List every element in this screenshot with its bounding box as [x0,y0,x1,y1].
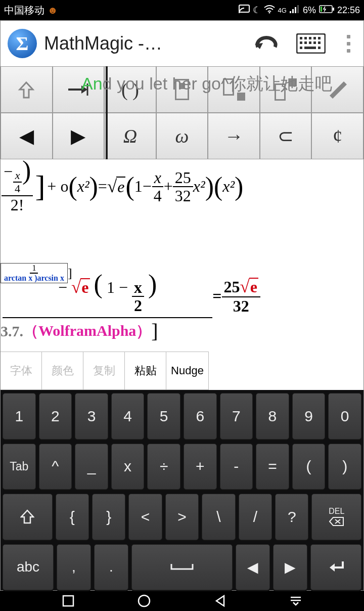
key-period[interactable]: . [94,544,128,591]
nav-home-button[interactable] [137,594,151,608]
key-left[interactable]: ◀ [236,544,270,591]
equation-line-1: −x4) 2! ] + o (x²) = e ( 1 − x4 + 2532 x… [1,159,243,213]
toolbar-omega-lower[interactable]: ω [156,113,208,159]
key-question[interactable]: ? [275,494,308,540]
toolbar-tab-right[interactable] [53,66,105,113]
key-3[interactable]: 3 [75,393,108,440]
app-title: MathMagic -… [44,33,254,54]
carrier-label: 中国移动 ☻ [4,4,239,17]
key-1[interactable]: 1 [3,393,36,440]
moon-icon: ☾ [253,5,261,16]
nav-recent-button[interactable] [62,594,75,607]
key-minus[interactable]: - [220,444,253,490]
toolbar-right[interactable]: ▶ [53,113,105,159]
toolbar-subset[interactable]: ⊂ [260,113,312,159]
key-lbrace[interactable]: { [56,494,89,540]
equation-line-4: 3.7. （WolframAlpha）] [1,319,158,343]
key-shift[interactable] [3,494,53,540]
context-menu: 字体 颜色 复制 粘贴 Nudge [1,352,209,390]
key-underscore[interactable]: _ [75,444,108,490]
key-6[interactable]: 6 [184,393,217,440]
key-gt[interactable]: > [165,494,199,540]
status-bar: 中国移动 ☻ ☾ 4G 6% 22:56 [0,0,364,20]
keyboard-toggle-button[interactable] [296,33,326,54]
key-divide[interactable]: ÷ [147,444,180,490]
toolbar-template-c[interactable] [260,66,312,113]
svg-rect-7 [333,8,334,11]
network-type: 4G [278,7,287,14]
key-rparen[interactable]: ) [328,444,361,490]
key-lparen[interactable]: ( [292,444,326,490]
toolbar-notin[interactable]: ¢ [311,113,363,159]
key-lt[interactable]: < [128,494,162,540]
cm-color[interactable]: 颜色 [42,352,83,390]
key-slash[interactable]: / [239,494,272,540]
cm-paste[interactable]: 粘贴 [125,352,166,390]
svg-rect-2 [290,11,291,13]
key-equals[interactable]: = [256,444,289,490]
battery-pct: 6% [303,5,316,16]
signal-icon [290,5,300,16]
symbol-toolbar: ( ) ◀ ▶ Ω ω → ⊂ ¢ And you let her go^你就让… [1,66,363,159]
svg-rect-14 [318,37,321,39]
equation-line-3: − e ( 1 − x2 ) = 25e 32 [1,272,260,320]
key-caret[interactable]: ^ [39,444,72,490]
overflow-menu-button[interactable] [343,35,354,53]
toolbar-shift-up[interactable] [1,66,53,113]
nav-back-button[interactable] [214,594,227,607]
key-4[interactable]: 4 [111,393,145,440]
svg-point-1 [268,12,270,13]
toolbar-left[interactable]: ◀ [1,113,53,159]
undo-button[interactable] [254,34,279,53]
nav-dropdown-button[interactable] [289,596,302,606]
svg-rect-12 [309,37,311,39]
svg-rect-25 [63,596,73,606]
svg-rect-8 [321,7,322,12]
svg-rect-15 [300,41,302,44]
toolbar-template-a[interactable] [156,66,208,113]
svg-point-26 [139,595,150,606]
wifi-icon [264,5,275,16]
svg-rect-21 [304,47,316,49]
toolbar-pencil[interactable] [311,66,363,113]
svg-rect-22 [318,47,321,49]
key-2[interactable]: 2 [39,393,72,440]
svg-rect-19 [318,41,321,44]
key-enter[interactable] [310,544,361,591]
svg-rect-20 [300,47,302,49]
app-indicator-icon: ☻ [48,5,58,16]
key-9[interactable]: 9 [292,393,326,440]
cm-copy[interactable]: 复制 [83,352,125,390]
key-backslash[interactable]: \ [202,494,235,540]
key-8[interactable]: 8 [256,393,289,440]
key-0[interactable]: 0 [328,393,361,440]
equation-canvas[interactable]: −x4) 2! ] + o (x²) = e ( 1 − x4 + 2532 x… [1,159,363,352]
svg-rect-18 [313,41,316,44]
cm-nudge[interactable]: Nudge [166,352,209,390]
key-7[interactable]: 7 [220,393,253,440]
key-5[interactable]: 5 [147,393,180,440]
svg-rect-5 [297,5,299,13]
key-comma[interactable]: , [57,544,91,591]
clock: 22:56 [337,5,360,16]
toolbar-omega-upper[interactable]: Ω [104,113,156,159]
key-x[interactable]: x [111,444,145,490]
svg-rect-16 [304,41,307,44]
title-bar: Σ MathMagic -… [1,21,363,66]
svg-rect-11 [304,37,307,39]
key-delete[interactable]: DEL [311,494,361,540]
key-plus[interactable]: + [184,444,217,490]
key-abc[interactable]: abc [3,544,54,591]
toolbar-arrow[interactable]: → [208,113,260,159]
key-tab[interactable]: Tab [3,444,36,490]
toolbar-template-b[interactable] [208,66,260,113]
key-right[interactable]: ▶ [273,544,307,591]
cast-icon [239,5,250,16]
svg-rect-13 [313,37,316,39]
svg-rect-3 [292,9,294,13]
key-space[interactable] [131,544,233,591]
cm-font[interactable]: 字体 [1,352,42,390]
app-logo-icon: Σ [8,29,37,58]
toolbar-parentheses[interactable]: ( ) [104,66,156,113]
key-rbrace[interactable]: } [92,494,125,540]
